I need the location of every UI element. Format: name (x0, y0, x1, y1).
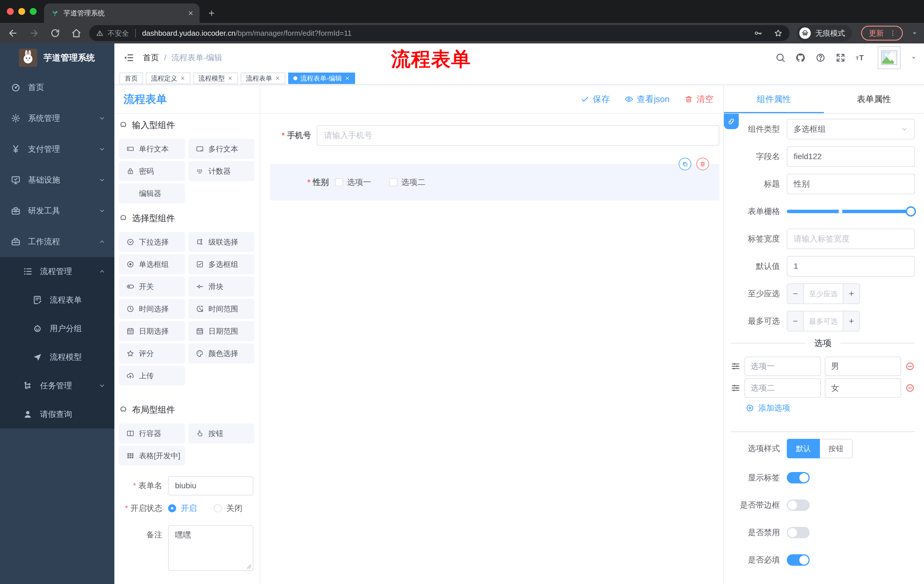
palette-item-radio-group[interactable]: 单选框组 (119, 254, 185, 274)
title-input[interactable]: 性别 (787, 174, 915, 194)
max-select-input[interactable]: 最多可选 (804, 311, 843, 331)
toggle-off[interactable] (787, 499, 810, 511)
tag-1[interactable]: 流程定义 (146, 72, 190, 84)
min-select-input[interactable]: 至少应选 (804, 284, 843, 303)
palette-item-password[interactable]: 密码 (119, 161, 185, 181)
radio-off[interactable] (214, 504, 222, 512)
close-tab-icon[interactable] (188, 10, 194, 16)
palette-item-switch[interactable]: 开关 (119, 276, 185, 296)
save-button[interactable]: 保存 (581, 94, 610, 105)
close-tag-icon[interactable] (345, 76, 350, 81)
remove-option-icon[interactable] (905, 383, 915, 393)
tab-component-props[interactable]: 组件属性 (724, 85, 824, 113)
toggle-on[interactable] (787, 554, 810, 566)
help-question-icon[interactable] (815, 53, 826, 63)
fullscreen-icon[interactable] (835, 53, 846, 63)
tag-4[interactable]: 流程表单-编辑 (288, 72, 355, 84)
form-remark-textarea[interactable]: 嘿嘿 (168, 525, 253, 571)
label-width-input[interactable]: 请输入标签宽度 (787, 229, 915, 249)
reload-icon[interactable] (50, 28, 61, 39)
back-icon[interactable] (7, 28, 18, 39)
default-value-input[interactable]: 1 (787, 256, 915, 276)
field-name-input[interactable]: field122 (787, 146, 915, 167)
close-tag-icon[interactable] (228, 76, 233, 81)
component-type-select[interactable]: 多选框组 (787, 119, 915, 140)
home-icon[interactable] (71, 28, 82, 39)
tag-0[interactable]: 首页 (119, 72, 143, 84)
tab-form-props[interactable]: 表单属性 (824, 85, 924, 113)
palette-item-slider[interactable]: 滑块 (188, 276, 254, 296)
form-name-input[interactable]: biubiu (168, 476, 253, 495)
palette-item-checkbox-group[interactable]: 多选框组 (188, 254, 254, 274)
slider-handle[interactable] (906, 206, 916, 217)
remove-option-icon[interactable] (905, 362, 915, 371)
phone-field-row[interactable]: 手机号 请输入手机号 (270, 120, 719, 150)
tag-2[interactable]: 流程模型 (193, 72, 238, 84)
radio-off-label[interactable]: 关闭 (226, 503, 243, 514)
zoom-window-button[interactable] (30, 8, 36, 15)
github-icon[interactable] (795, 53, 806, 63)
form-grid-slider[interactable] (787, 201, 915, 222)
close-tag-icon[interactable] (180, 76, 185, 81)
palette-item-row-container[interactable]: 行容器 (119, 423, 185, 443)
checkbox[interactable] (389, 178, 398, 186)
toggle-off[interactable] (787, 527, 810, 538)
phone-input[interactable]: 请输入手机号 (317, 125, 719, 146)
sidebar-item-payment[interactable]: 支付管理 (0, 134, 114, 165)
clear-button[interactable]: 清空 (685, 94, 714, 105)
option-value-input[interactable]: 男 (825, 357, 901, 376)
gender-option-0[interactable]: 选项一 (335, 177, 371, 188)
sidebar-item-system[interactable]: 系统管理 (0, 103, 114, 134)
tag-3[interactable]: 流程表单 (241, 72, 285, 84)
sidebar-item-user-group[interactable]: 用户分组 (0, 314, 114, 343)
palette-item-cascader[interactable]: 级联选择 (188, 232, 254, 252)
palette-item-time-range[interactable]: 时间范围 (188, 299, 254, 319)
bookmark-star-icon[interactable] (774, 29, 783, 38)
palette-item-rate[interactable]: 评分 (119, 344, 185, 364)
forward-icon[interactable] (29, 28, 40, 39)
address-bar[interactable]: 不安全 dashboard.yudao.iocoder.cn/bpm/manag… (89, 25, 790, 41)
palette-item-date-range[interactable]: 日期范围 (188, 321, 254, 341)
stepper-plus-button[interactable]: + (843, 284, 860, 303)
gender-option-1[interactable]: 选项二 (389, 177, 426, 188)
view-json-button[interactable]: 查看json (625, 94, 670, 105)
avatar-dropdown-caret-icon[interactable] (910, 54, 917, 61)
chevron-down-icon[interactable] (911, 30, 918, 37)
close-window-button[interactable] (7, 8, 14, 15)
palette-item-editor[interactable]: 编辑器 (119, 183, 185, 204)
option-label-input[interactable]: 选项二 (744, 378, 821, 398)
add-option-button[interactable]: 添加选项 (746, 402, 915, 414)
palette-item-counter[interactable]: 123 计数器 (188, 161, 254, 181)
hamburger-menu-icon[interactable] (123, 52, 134, 63)
sidebar-item-infra[interactable]: 基础设施 (0, 165, 114, 196)
drag-handle-icon[interactable] (731, 362, 741, 371)
app-logo[interactable]: 芋道管理系统 (0, 43, 114, 72)
new-tab-button[interactable] (204, 6, 219, 21)
resize-handle-icon[interactable] (246, 564, 252, 569)
palette-item-time-picker[interactable]: 时间选择 (119, 299, 185, 319)
radio-on[interactable] (168, 504, 176, 512)
browser-tab[interactable]: 芋道管理系统 (44, 3, 200, 23)
sidebar-item-devtools[interactable]: 研发工具 (0, 196, 114, 226)
breadcrumb-home[interactable]: 首页 (143, 52, 159, 63)
close-tag-icon[interactable] (275, 76, 280, 81)
password-key-icon[interactable] (754, 29, 763, 38)
stepper-minus-button[interactable]: − (787, 311, 804, 331)
sidebar-item-process-form[interactable]: 流程表单 (0, 286, 114, 314)
option-label-input[interactable]: 选项一 (744, 357, 821, 376)
radio-on-label[interactable]: 开启 (181, 503, 197, 514)
palette-item-button[interactable]: 按钮 (188, 423, 254, 443)
browser-update-button[interactable]: 更新 (861, 26, 903, 41)
drag-handle-icon[interactable] (731, 383, 741, 393)
delete-component-button[interactable] (696, 158, 709, 170)
sidebar-item-process-model[interactable]: 流程模型 (0, 343, 114, 372)
search-icon[interactable] (776, 53, 785, 63)
link-drawer-handle[interactable] (724, 114, 739, 129)
palette-item-color-picker[interactable]: 颜色选择 (188, 344, 254, 364)
palette-item-upload[interactable]: 上传 (119, 366, 185, 386)
checkbox[interactable] (335, 178, 343, 186)
palette-item-single-text[interactable]: 单行文本 (119, 139, 185, 159)
selected-component-gender[interactable]: 性别 选项一 选项二 (270, 164, 719, 201)
stepper-minus-button[interactable]: − (787, 284, 804, 303)
sidebar-item-home[interactable]: 首页 (0, 72, 114, 103)
